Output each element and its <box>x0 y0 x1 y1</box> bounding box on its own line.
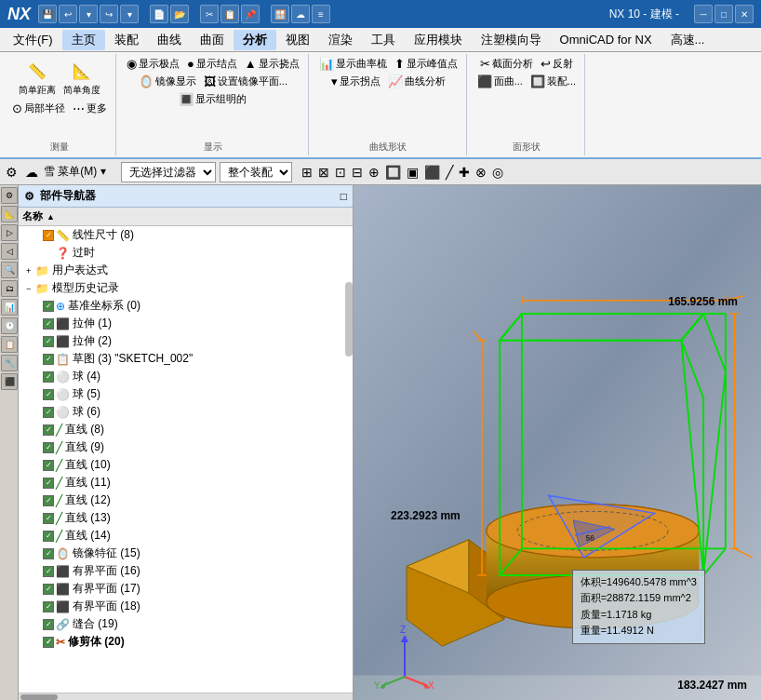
check-mirror[interactable]: ✓ <box>43 548 54 559</box>
redo-button[interactable]: ↪ <box>100 5 118 23</box>
tree-item-expired[interactable]: ❓ 过时 <box>19 244 353 262</box>
menu-button[interactable]: ≡ <box>312 5 330 23</box>
side-icon-11[interactable]: ⬛ <box>1 373 18 390</box>
menu-surface[interactable]: 曲面 <box>191 30 234 50</box>
menu-more[interactable]: 高速... <box>661 30 714 50</box>
undo-arrow[interactable]: ▾ <box>79 5 98 23</box>
check-sketch[interactable]: ✓ <box>43 354 54 365</box>
cloud-button[interactable]: ☁ <box>291 5 310 23</box>
tree-item-line13[interactable]: ✓ ╱ 直线 (13) <box>19 509 353 527</box>
side-icon-3[interactable]: ▷ <box>1 224 18 241</box>
check-line11[interactable]: ✓ <box>43 478 54 489</box>
cmd-icon-7[interactable]: ▣ <box>405 163 421 182</box>
side-icon-4[interactable]: ◁ <box>1 243 18 260</box>
close-button[interactable]: ✕ <box>735 5 754 23</box>
cmd-icon-10[interactable]: ✚ <box>457 163 472 182</box>
side-icon-5[interactable]: 🔍 <box>1 262 18 278</box>
show-inflect-btn[interactable]: ▾显示拐点 <box>328 74 383 89</box>
curve-analysis-btn[interactable]: 📈曲线分析 <box>385 74 448 89</box>
menu-curve[interactable]: 曲线 <box>148 30 191 50</box>
cmd-icon-3[interactable]: ⊡ <box>333 163 348 182</box>
face-curve-btn[interactable]: ⬛面曲... <box>474 74 526 89</box>
tree-item-line11[interactable]: ✓ ╱ 直线 (11) <box>19 474 353 491</box>
tree-item-sphere6[interactable]: ✓ ⚪ 球 (6) <box>19 403 353 421</box>
menu-view[interactable]: 视图 <box>276 30 319 50</box>
nav-expand-icon[interactable]: □ <box>340 190 347 203</box>
cmd-icon-6[interactable]: 🔲 <box>383 163 403 182</box>
check-sew[interactable]: ✓ <box>43 619 54 630</box>
tree-item-model-history[interactable]: − 📁 模型历史记录 <box>19 279 353 297</box>
side-icon-8[interactable]: 🕐 <box>1 317 18 334</box>
tree-item-line8[interactable]: ✓ ╱ 直线 (8) <box>19 421 353 438</box>
side-icon-7[interactable]: 📊 <box>1 299 18 316</box>
redo-arrow[interactable]: ▾ <box>120 5 139 23</box>
mirror-display-btn[interactable]: 🪞镜像显示 <box>136 74 199 89</box>
settings-icon[interactable]: ⚙ <box>4 163 20 182</box>
check-coord[interactable]: ✓ <box>43 301 54 312</box>
check-line14[interactable]: ✓ <box>43 531 54 542</box>
cmd-icon-5[interactable]: ⊕ <box>367 163 381 182</box>
assembly-btn[interactable]: 🔲装配... <box>527 74 579 89</box>
cloud-menu-icon[interactable]: ☁ <box>23 163 40 182</box>
check-line12[interactable]: ✓ <box>43 495 54 506</box>
tree-item-line10[interactable]: ✓ ╱ 直线 (10) <box>19 456 353 474</box>
cmd-icon-12[interactable]: ◎ <box>490 163 505 182</box>
cut-button[interactable]: ✂ <box>200 5 219 23</box>
check-bounded18[interactable]: ✓ <box>43 601 54 612</box>
check-sphere4[interactable]: ✓ <box>43 371 54 383</box>
menu-analysis[interactable]: 分析 <box>234 30 276 50</box>
tree-item-trim[interactable]: ✓ ✂ 修剪体 (20) <box>19 633 353 651</box>
more-btn[interactable]: ⋯ 更多 <box>70 101 110 116</box>
menu-tools[interactable]: 工具 <box>362 30 405 50</box>
set-mirror-plane-btn[interactable]: 🖼设置镜像平面... <box>201 74 290 89</box>
filter-select[interactable]: 无选择过滤器 <box>121 162 216 182</box>
check-line10[interactable]: ✓ <box>43 460 54 471</box>
show-poles-btn[interactable]: ◉显示极点 <box>124 56 182 72</box>
check-sphere5[interactable]: ✓ <box>43 389 54 400</box>
cmd-icon-1[interactable]: ⊞ <box>300 163 314 182</box>
menu-assembly[interactable]: 装配 <box>105 30 148 50</box>
tree-item-line12[interactable]: ✓ ╱ 直线 (12) <box>19 491 353 509</box>
maximize-button[interactable]: □ <box>714 5 733 23</box>
tree-item-extrude1[interactable]: ✓ ⬛ 拉伸 (1) <box>19 315 353 332</box>
tree-item-user-expr[interactable]: + 📁 用户表达式 <box>19 262 353 279</box>
viewport[interactable]: 56 165.9256 mm 223.2923 mm 183.2427 mm 体… <box>354 185 761 700</box>
show-peaks-btn[interactable]: ⬆显示峰值点 <box>392 56 461 72</box>
tree-item-coord[interactable]: ✓ ⊕ 基准坐标系 (0) <box>19 297 353 315</box>
menu-omnicad[interactable]: OmniCAD for NX <box>551 31 661 48</box>
side-icon-6[interactable]: 🗂 <box>1 280 18 297</box>
check-line9[interactable]: ✓ <box>43 442 54 453</box>
check-bounded16[interactable]: ✓ <box>43 566 54 577</box>
tree-item-line14[interactable]: ✓ ╱ 直线 (14) <box>19 527 353 545</box>
check-line13[interactable]: ✓ <box>43 513 54 524</box>
cmd-icon-9[interactable]: ╱ <box>444 163 455 182</box>
check-trim[interactable]: ✓ <box>43 637 54 648</box>
nav-gear-icon[interactable]: ⚙ <box>24 190 34 203</box>
local-radius-btn[interactable]: ⊙ 局部半径 <box>9 101 68 116</box>
new-button[interactable]: 📄 <box>150 5 168 23</box>
undo-button[interactable]: ↩ <box>59 5 77 23</box>
menu-home[interactable]: 主页 <box>62 30 105 50</box>
window-button[interactable]: 🪟 <box>271 5 289 23</box>
show-curvature-comb-btn[interactable]: 📊显示曲率梳 <box>316 56 390 72</box>
copy-button[interactable]: 📋 <box>220 5 239 23</box>
side-icon-9[interactable]: 📋 <box>1 336 18 353</box>
cmd-icon-11[interactable]: ⊗ <box>474 163 488 182</box>
simple-distance-btn[interactable]: 📏 简单距离 <box>16 56 59 99</box>
cmd-icon-2[interactable]: ⊠ <box>316 163 331 182</box>
side-icon-1[interactable]: ⚙ <box>1 187 18 204</box>
tree-item-linear-dim[interactable]: ✓ 📏 线性尺寸 (8) <box>19 226 353 244</box>
section-analysis-btn[interactable]: ✂截面分析 <box>477 56 536 72</box>
tree-item-bounded18[interactable]: ✓ ⬛ 有界平面 (18) <box>19 598 353 615</box>
paste-button[interactable]: 📌 <box>241 5 260 23</box>
menu-mold[interactable]: 注塑模向导 <box>472 30 551 50</box>
tree-item-bounded16[interactable]: ✓ ⬛ 有界平面 (16) <box>19 562 353 580</box>
check-linear-dim[interactable]: ✓ <box>43 230 54 241</box>
open-button[interactable]: 📂 <box>170 5 189 23</box>
tree-item-extrude2[interactable]: ✓ ⬛ 拉伸 (2) <box>19 332 353 350</box>
menu-file[interactable]: 文件(F) <box>4 30 62 50</box>
menu-label[interactable]: 雪 菜单(M) ▾ <box>44 164 106 180</box>
check-bounded17[interactable]: ✓ <box>43 584 54 595</box>
tree-item-sphere5[interactable]: ✓ ⚪ 球 (5) <box>19 385 353 403</box>
show-nodes-btn[interactable]: ●显示结点 <box>184 56 240 72</box>
